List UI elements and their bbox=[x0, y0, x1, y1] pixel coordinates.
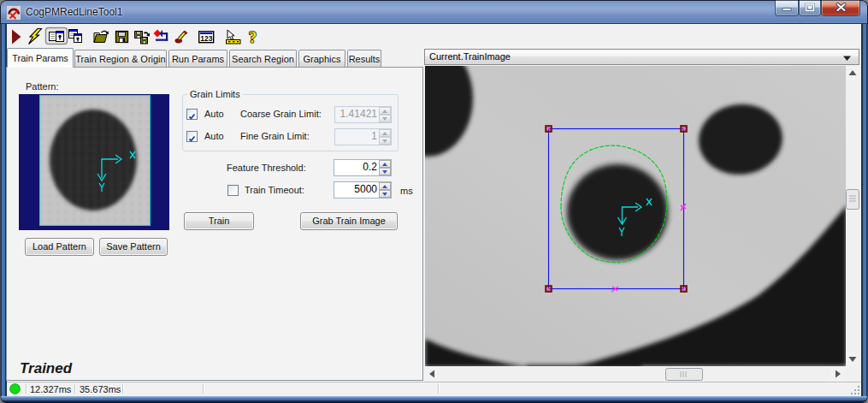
svg-text:?: ? bbox=[249, 28, 257, 46]
svg-text:123: 123 bbox=[200, 34, 212, 43]
